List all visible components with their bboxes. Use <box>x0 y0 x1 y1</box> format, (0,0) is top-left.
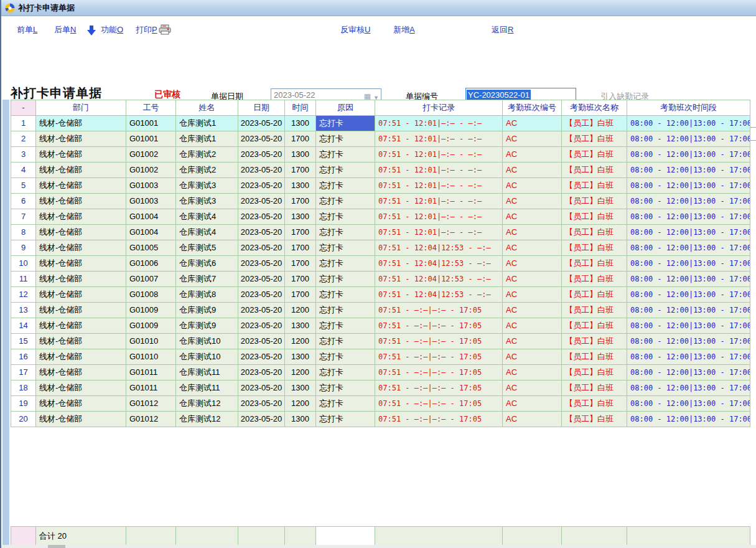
table-cell[interactable]: 忘打卡 <box>316 209 375 225</box>
table-cell[interactable]: 2023-05-20 <box>238 396 285 412</box>
row-number-cell[interactable]: 20 <box>11 412 36 427</box>
row-number-cell[interactable]: 4 <box>11 163 36 178</box>
table-row[interactable]: 20线材-仓储部G01012仓库测试122023-05-201300忘打卡07:… <box>11 412 750 427</box>
table-cell[interactable]: 仓库测试11 <box>176 380 238 396</box>
table-row[interactable]: 18线材-仓储部G01011仓库测试112023-05-201300忘打卡07:… <box>11 380 750 396</box>
unapprove-button[interactable]: 反审核U <box>340 24 370 35</box>
table-cell[interactable]: 1300 <box>285 380 316 396</box>
table-cell[interactable]: 08:00 - 12:00|13:00 - 17:00 <box>627 334 750 349</box>
table-cell[interactable]: 08:00 - 12:00|13:00 - 17:00 <box>627 303 750 318</box>
table-cell[interactable]: 08:00 - 12:00|13:00 - 17:00 <box>627 194 750 209</box>
table-cell[interactable]: 07:51 - 12:01|—:— - —:— <box>375 225 503 240</box>
summary-cell[interactable] <box>11 527 36 546</box>
table-cell[interactable]: 08:00 - 12:00|13:00 - 17:00 <box>627 256 750 272</box>
table-cell[interactable]: 08:00 - 12:00|13:00 - 17:00 <box>627 396 750 412</box>
table-cell[interactable]: AC <box>503 334 562 349</box>
table-cell[interactable]: 线材-仓储部 <box>36 240 126 256</box>
table-cell[interactable]: 1200 <box>285 365 316 380</box>
table-cell[interactable]: 忘打卡 <box>316 412 375 427</box>
row-number-cell[interactable]: 13 <box>11 303 36 318</box>
table-cell[interactable]: 【员工】白班 <box>562 365 627 380</box>
return-button[interactable]: 返回R <box>492 24 513 35</box>
row-number-cell[interactable]: 8 <box>11 225 36 240</box>
table-cell[interactable]: G01010 <box>126 349 176 365</box>
table-cell[interactable]: 【员工】白班 <box>562 256 627 272</box>
table-cell[interactable]: 仓库测试6 <box>176 256 238 272</box>
table-row[interactable]: 9线材-仓储部G01005仓库测试52023-05-201700忘打卡07:51… <box>11 240 750 256</box>
table-cell[interactable]: 线材-仓储部 <box>36 349 126 365</box>
table-cell[interactable]: 08:00 - 12:00|13:00 - 17:00 <box>627 365 750 380</box>
row-number-cell[interactable]: 19 <box>11 396 36 412</box>
row-number-cell[interactable]: 17 <box>11 365 36 380</box>
table-cell[interactable]: AC <box>503 396 562 412</box>
table-cell[interactable]: 08:00 - 12:00|13:00 - 17:00 <box>627 272 750 287</box>
table-cell[interactable]: 忘打卡 <box>316 334 375 349</box>
table-cell[interactable]: 2023-05-20 <box>238 287 285 303</box>
table-cell[interactable]: 【员工】白班 <box>562 163 627 178</box>
table-cell[interactable]: 线材-仓储部 <box>36 131 126 147</box>
table-row[interactable]: 2线材-仓储部G01001仓库测试12023-05-201700忘打卡07:51… <box>11 131 750 147</box>
table-cell[interactable]: 线材-仓储部 <box>36 116 126 131</box>
table-cell[interactable]: 08:00 - 12:00|13:00 - 17:00 <box>627 163 750 178</box>
row-number-cell[interactable]: 5 <box>11 178 36 194</box>
table-cell[interactable]: 线材-仓储部 <box>36 163 126 178</box>
table-cell[interactable]: G01011 <box>126 365 176 380</box>
table-row[interactable]: 3线材-仓储部G01002仓库测试22023-05-201300忘打卡07:51… <box>11 147 750 163</box>
table-cell[interactable]: 【员工】白班 <box>562 240 627 256</box>
table-cell[interactable]: AC <box>503 318 562 334</box>
table-cell[interactable]: 08:00 - 12:00|13:00 - 17:00 <box>627 349 750 365</box>
table-cell[interactable]: 2023-05-20 <box>238 163 285 178</box>
table-cell[interactable]: 【员工】白班 <box>562 225 627 240</box>
table-cell[interactable]: 2023-05-20 <box>238 178 285 194</box>
table-row[interactable]: 14线材-仓储部G01009仓库测试92023-05-201300忘打卡07:5… <box>11 318 750 334</box>
table-cell[interactable]: 忘打卡 <box>316 131 375 147</box>
table-cell[interactable]: 1700 <box>285 272 316 287</box>
table-cell[interactable]: G01009 <box>126 303 176 318</box>
table-cell[interactable]: 忘打卡 <box>316 225 375 240</box>
table-cell[interactable]: AC <box>503 147 562 163</box>
table-cell[interactable]: 1700 <box>285 131 316 147</box>
table-cell[interactable]: 07:51 - 12:04|12:53 - —:— <box>375 256 503 272</box>
table-cell[interactable]: 07:51 - —:—|—:— - 17:05 <box>375 380 503 396</box>
table-cell[interactable]: G01012 <box>126 396 176 412</box>
table-cell[interactable]: 仓库测试9 <box>176 318 238 334</box>
table-cell[interactable]: 07:51 - —:—|—:— - 17:05 <box>375 396 503 412</box>
table-cell[interactable]: 2023-05-20 <box>238 240 285 256</box>
table-cell[interactable]: 07:51 - —:—|—:— - 17:05 <box>375 303 503 318</box>
table-cell[interactable]: AC <box>503 225 562 240</box>
table-cell[interactable]: G01006 <box>126 256 176 272</box>
table-cell[interactable]: 忘打卡 <box>316 240 375 256</box>
table-cell[interactable]: AC <box>503 365 562 380</box>
table-cell[interactable]: 仓库测试12 <box>176 412 238 427</box>
table-cell[interactable]: G01003 <box>126 178 176 194</box>
table-cell[interactable]: 2023-05-20 <box>238 131 285 147</box>
table-cell[interactable]: 2023-05-20 <box>238 225 285 240</box>
table-cell[interactable]: 线材-仓储部 <box>36 256 126 272</box>
table-cell[interactable]: 仓库测试10 <box>176 334 238 349</box>
table-cell[interactable]: 【员工】白班 <box>562 116 627 131</box>
table-cell[interactable]: 2023-05-20 <box>238 349 285 365</box>
table-cell[interactable]: 忘打卡 <box>316 349 375 365</box>
table-cell[interactable]: 仓库测试8 <box>176 287 238 303</box>
table-cell[interactable]: 仓库测试4 <box>176 225 238 240</box>
table-cell[interactable]: 线材-仓储部 <box>36 178 126 194</box>
table-cell[interactable]: AC <box>503 194 562 209</box>
table-cell[interactable]: 线材-仓储部 <box>36 412 126 427</box>
table-row[interactable]: 4线材-仓储部G01002仓库测试22023-05-201700忘打卡07:51… <box>11 163 750 178</box>
row-number-cell[interactable]: 7 <box>11 209 36 225</box>
table-cell[interactable]: AC <box>503 272 562 287</box>
table-cell[interactable]: 07:51 - 12:01|—:— - —:— <box>375 163 503 178</box>
table-cell[interactable]: AC <box>503 380 562 396</box>
table-cell[interactable]: 1300 <box>285 147 316 163</box>
horizontal-scrollbar[interactable] <box>1 545 756 548</box>
table-cell[interactable]: 07:51 - —:—|—:— - 17:05 <box>375 412 503 427</box>
add-new-button[interactable]: 新增A <box>393 24 415 35</box>
table-cell[interactable]: 2023-05-20 <box>238 194 285 209</box>
table-cell[interactable]: G01002 <box>126 163 176 178</box>
table-cell[interactable]: 【员工】白班 <box>562 209 627 225</box>
table-cell[interactable]: 仓库测试9 <box>176 303 238 318</box>
row-number-cell[interactable]: 2 <box>11 131 36 147</box>
table-cell[interactable]: G01004 <box>126 225 176 240</box>
scrollbar-thumb[interactable] <box>48 545 65 548</box>
table-cell[interactable]: 忘打卡 <box>316 287 375 303</box>
